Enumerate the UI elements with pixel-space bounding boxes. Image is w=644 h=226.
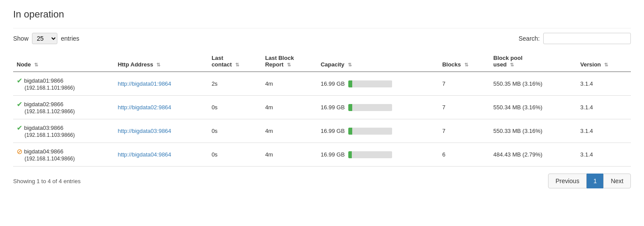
capacity-bar-fill <box>348 151 352 158</box>
sort-icon-node: ⇅ <box>34 62 38 68</box>
entries-select[interactable]: 25 10 50 100 <box>32 33 57 44</box>
sort-icon-contact: ⇅ <box>235 62 239 68</box>
sort-icon-block-report: ⇅ <box>287 62 291 68</box>
entries-label: entries <box>61 35 79 42</box>
cell-node: ⊘bigdata04:9866(192.168.1.104:9866) <box>13 143 114 167</box>
cell-version: 3.1.4 <box>577 119 631 143</box>
cell-block-pool-used: 550.33 MB (3.16%) <box>490 119 577 143</box>
sort-icon-http: ⇅ <box>156 62 160 68</box>
cell-blocks: 7 <box>439 96 490 119</box>
showing-text: Showing 1 to 4 of 4 entries <box>13 178 81 184</box>
cell-http-address: http://bigdata04:9864 <box>114 143 208 167</box>
cell-last-contact: 0s <box>208 143 262 167</box>
cell-capacity: 16.99 GB <box>317 119 439 143</box>
current-page: 1 <box>587 174 603 188</box>
col-blocks: Blocks ⇅ <box>439 51 490 72</box>
capacity-gb: 16.99 GB <box>321 104 345 111</box>
col-block-pool-used: Block poolused ⇅ <box>490 51 577 72</box>
capacity-bar <box>348 128 392 135</box>
cell-capacity: 16.99 GB <box>317 96 439 119</box>
nodes-table: Node ⇅ Http Address ⇅ Lastcontact ⇅ Last… <box>13 51 631 167</box>
show-label: Show <box>13 35 28 42</box>
cell-last-block-report: 4m <box>262 119 317 143</box>
node-name-text: bigdata03:9866 <box>24 125 64 131</box>
node-name-text: bigdata01:9866 <box>24 77 64 84</box>
col-capacity: Capacity ⇅ <box>317 51 439 72</box>
capacity-bar <box>348 104 392 111</box>
col-node: Node ⇅ <box>13 51 114 72</box>
check-icon: ✔ <box>17 100 22 108</box>
cell-last-contact: 0s <box>208 96 262 119</box>
cell-version: 3.1.4 <box>577 143 631 167</box>
cell-node: ✔bigdata01:9866(192.168.1.101:9866) <box>13 72 114 96</box>
cell-block-pool-used: 550.34 MB (3.16%) <box>490 96 577 119</box>
node-ip: (192.168.1.101:9866) <box>25 85 111 91</box>
capacity-bar <box>348 151 392 158</box>
cell-node: ✔bigdata02:9866(192.168.1.102:9866) <box>13 96 114 119</box>
sort-icon-pool: ⇅ <box>510 62 514 68</box>
table-row: ✔bigdata02:9866(192.168.1.102:9866)http:… <box>13 96 631 119</box>
next-button[interactable]: Next <box>603 174 631 188</box>
cell-last-contact: 0s <box>208 119 262 143</box>
cell-http-address: http://bigdata02:9864 <box>114 96 208 119</box>
cell-block-pool-used: 484.43 MB (2.79%) <box>490 143 577 167</box>
cell-blocks: 6 <box>439 143 490 167</box>
cell-last-block-report: 4m <box>262 143 317 167</box>
col-last-block-report: Last BlockReport ⇅ <box>262 51 317 72</box>
search-label: Search: <box>519 35 540 42</box>
table-row: ✔bigdata01:9866(192.168.1.101:9866)http:… <box>13 72 631 96</box>
search-box: Search: <box>519 33 631 44</box>
http-link[interactable]: http://bigdata02:9864 <box>118 104 171 111</box>
table-controls: Show 25 10 50 100 entries Search: <box>13 33 631 44</box>
capacity-bar-fill <box>348 128 352 135</box>
cell-last-contact: 2s <box>208 72 262 96</box>
col-last-contact: Lastcontact ⇅ <box>208 51 262 72</box>
http-link[interactable]: http://bigdata04:9864 <box>118 151 171 158</box>
check-icon: ✔ <box>17 76 22 85</box>
capacity-bar-fill <box>348 104 352 111</box>
col-version: Version ⇅ <box>577 51 631 72</box>
http-link[interactable]: http://bigdata03:9864 <box>118 128 171 134</box>
cell-block-pool-used: 550.35 MB (3.16%) <box>490 72 577 96</box>
capacity-gb: 16.99 GB <box>321 80 345 87</box>
cell-version: 3.1.4 <box>577 96 631 119</box>
col-http-address: Http Address ⇅ <box>114 51 208 72</box>
capacity-gb: 16.99 GB <box>321 128 345 134</box>
table-row: ✔bigdata03:9866(192.168.1.103:9866)http:… <box>13 119 631 143</box>
table-header-row: Node ⇅ Http Address ⇅ Lastcontact ⇅ Last… <box>13 51 631 72</box>
cell-capacity: 16.99 GB <box>317 143 439 167</box>
cell-capacity: 16.99 GB <box>317 72 439 96</box>
cell-last-block-report: 4m <box>262 96 317 119</box>
search-input[interactable] <box>543 33 631 44</box>
node-ip: (192.168.1.103:9866) <box>25 132 111 138</box>
table-row: ⊘bigdata04:9866(192.168.1.104:9866)http:… <box>13 143 631 167</box>
pagination: Previous 1 Next <box>548 174 631 188</box>
cell-blocks: 7 <box>439 119 490 143</box>
capacity-bar <box>348 80 392 87</box>
ban-icon: ⊘ <box>17 147 22 156</box>
capacity-gb: 16.99 GB <box>321 151 345 158</box>
capacity-bar-fill <box>348 80 352 87</box>
node-name-text: bigdata02:9866 <box>24 101 64 108</box>
node-ip: (192.168.1.104:9866) <box>25 156 111 162</box>
cell-http-address: http://bigdata01:9864 <box>114 72 208 96</box>
show-entries-control: Show 25 10 50 100 entries <box>13 33 79 44</box>
node-name-text: bigdata04:9866 <box>24 148 64 155</box>
node-ip: (192.168.1.102:9866) <box>25 108 111 115</box>
cell-http-address: http://bigdata03:9864 <box>114 119 208 143</box>
check-icon: ✔ <box>17 124 22 132</box>
previous-button[interactable]: Previous <box>548 174 587 188</box>
sort-icon-capacity: ⇅ <box>348 62 352 68</box>
cell-last-block-report: 4m <box>262 72 317 96</box>
cell-version: 3.1.4 <box>577 72 631 96</box>
http-link[interactable]: http://bigdata01:9864 <box>118 80 171 87</box>
cell-blocks: 7 <box>439 72 490 96</box>
page-title: In operation <box>13 9 631 20</box>
cell-node: ✔bigdata03:9866(192.168.1.103:9866) <box>13 119 114 143</box>
table-footer: Showing 1 to 4 of 4 entries Previous 1 N… <box>13 174 631 188</box>
sort-icon-version: ⇅ <box>604 62 608 68</box>
sort-icon-blocks: ⇅ <box>464 62 468 68</box>
